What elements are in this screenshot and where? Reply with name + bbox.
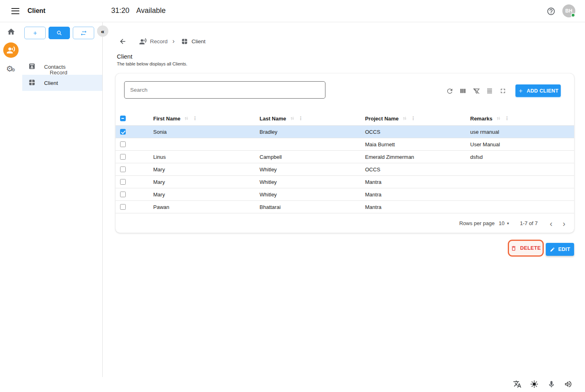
filter-off-icon[interactable] [472,87,480,95]
caret-down-icon: ▾ [507,221,509,226]
search-mode-button[interactable] [49,27,70,39]
grid-icon [28,79,36,87]
sort-icon[interactable] [290,116,295,121]
sort-icon[interactable] [496,116,501,121]
microphone-icon[interactable] [547,380,555,388]
cell-last-name: Bhattarai [260,204,365,210]
row-checkbox[interactable] [120,154,126,160]
trash-icon [511,245,517,251]
cell-project-name: OCCS [365,166,470,173]
row-checkbox[interactable] [120,141,126,147]
column-menu-icon[interactable]: ⋮ [411,116,416,121]
column-menu-icon[interactable]: ⋮ [298,116,303,121]
add-record-button[interactable] [24,27,46,39]
row-checkbox[interactable] [120,129,126,135]
page-subtitle: The table below displays all Clients. [117,61,187,66]
translate-icon[interactable] [513,380,522,388]
refresh-icon[interactable] [446,87,454,95]
table-row[interactable]: Pawan Bhattarai Mantra [116,201,574,213]
sort-icon[interactable] [402,116,407,121]
table-row[interactable]: Mary Whitley OCCS [116,163,574,176]
select-all-checkbox[interactable] [120,116,126,121]
cell-first-name: Mary [153,166,260,173]
table-row[interactable]: Sonia Bradley OCCS use rmanual [116,126,574,138]
view-columns-icon[interactable] [459,87,467,95]
cell-last-name: Bradley [260,129,365,135]
pencil-icon [550,247,555,252]
hamburger-menu-icon[interactable] [11,8,19,14]
fullscreen-icon[interactable] [499,87,507,95]
row-checkbox[interactable] [120,166,126,172]
breadcrumb-parent[interactable]: Record [150,38,168,44]
table-row[interactable]: Linus Campbell Emerald Zimmerman dsfsd [116,151,574,163]
edit-button[interactable]: EDIT [546,243,574,256]
cell-project-name: Mantra [365,192,470,198]
presence-indicator [571,13,575,17]
swap-button[interactable] [73,27,94,39]
density-icon[interactable] [486,87,494,95]
rows-per-page-select[interactable]: 10 ▾ [498,220,509,226]
table-header-row: First Name ⋮ Last Name ⋮ Project Name ⋮ … [116,112,574,126]
previous-page-icon[interactable]: ‹ [547,219,555,228]
home-icon[interactable] [7,27,15,38]
cell-first-name: Mary [153,179,260,185]
sidebar-collapse-button[interactable]: « [97,25,108,37]
volume-icon[interactable] [564,380,572,388]
search-input[interactable] [124,81,325,99]
page-range: 1-7 of 7 [520,220,538,226]
brightness-icon[interactable] [530,380,539,388]
client-table-card: ADD CLIENT First Name ⋮ Last Name ⋮ Proj… [116,74,574,233]
cell-last-name: Whitley [260,192,365,198]
record-module-icon[interactable] [3,42,19,58]
sort-icon[interactable] [184,116,189,121]
column-header-remarks[interactable]: Remarks ⋮ [470,116,574,122]
settings-icon[interactable]: ⚙ ⚙ [6,64,13,74]
row-checkbox[interactable] [120,179,126,185]
settings-sub-gear-icon: ⚙ [11,67,15,73]
back-arrow-icon[interactable] [119,38,127,45]
cell-last-name: Campbell [260,154,365,160]
next-page-icon[interactable]: › [560,219,568,228]
cell-project-name: Maia Burnett [365,141,470,148]
column-menu-icon[interactable]: ⋮ [505,116,509,121]
app-window: Client 31:20 Available BH ⚙ ⚙ [0,0,585,392]
column-menu-icon[interactable]: ⋮ [192,116,197,121]
sidebar-item-contacts[interactable]: Contacts [22,59,102,75]
plus-icon [518,88,524,94]
cell-remarks: User Manual [470,141,574,148]
table-row[interactable]: Mary Whitley Mantra [116,188,574,201]
system-tray [513,380,572,388]
availability-status: Available [136,6,166,15]
pagination-bar: Rows per page 10 ▾ 1-7 of 7 ‹ › [116,214,574,233]
table-body: Sonia Bradley OCCS use rmanual Maia Burn… [116,126,574,213]
cell-first-name: Pawan [153,204,260,210]
cell-project-name: Mantra [365,204,470,210]
session-timer: 31:20 [111,6,129,15]
column-header-first-name[interactable]: First Name ⋮ [153,116,260,122]
cell-project-name: Mantra [365,179,470,185]
table-row[interactable]: Maia Burnett User Manual [116,138,574,151]
column-header-project-name[interactable]: Project Name ⋮ [365,116,470,122]
breadcrumb-chevron-icon: › [173,38,175,45]
table-row[interactable]: Mary Whitley Mantra [116,176,574,188]
delete-button[interactable]: DELETE [511,245,541,251]
column-header-last-name[interactable]: Last Name ⋮ [260,116,365,122]
breadcrumb-current: Client [192,38,206,44]
breadcrumb: Record › Client [119,37,205,46]
row-checkbox[interactable] [120,204,126,210]
contacts-icon [28,63,36,71]
add-client-button[interactable]: ADD CLIENT [515,84,561,97]
sidebar-divider [102,22,103,377]
app-title: Client [27,7,45,15]
top-bar: Client 31:20 Available BH [0,0,585,22]
cell-first-name: Mary [153,192,260,198]
cell-remarks: use rmanual [470,129,574,135]
sidebar-item-label: Contacts [44,64,65,70]
table-toolbar [446,87,507,95]
sidebar-item-client[interactable]: Client [22,75,102,91]
help-icon[interactable] [547,7,555,16]
row-checkbox[interactable] [120,192,126,197]
client-table: First Name ⋮ Last Name ⋮ Project Name ⋮ … [116,112,574,213]
cell-remarks: dsfsd [470,154,574,160]
cell-first-name: Sonia [153,129,260,135]
